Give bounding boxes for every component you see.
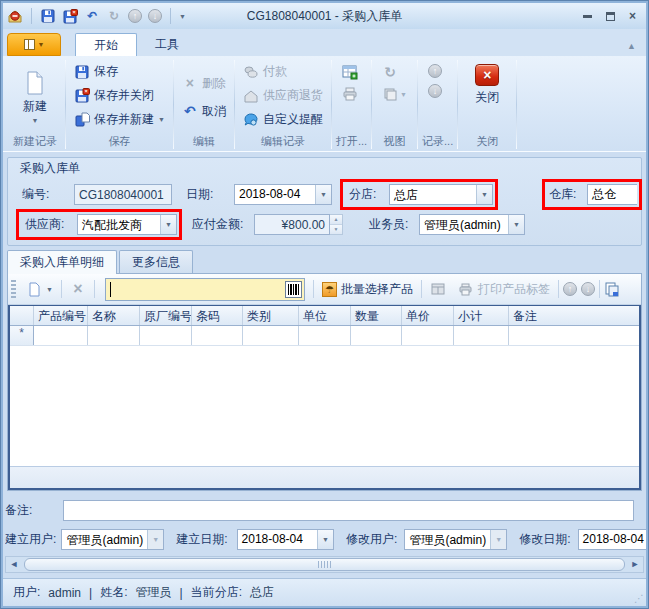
app-home-icon[interactable]: [7, 8, 23, 24]
chevron-down-icon[interactable]: ▼: [508, 215, 524, 234]
divider: [313, 280, 314, 298]
save-and-close-button[interactable]: × 保存并关闭: [70, 84, 169, 107]
save-and-new-button[interactable]: 保存并新建 ▼: [70, 108, 169, 131]
ribbon-group-record: ↑ ↓ 记录...: [418, 58, 457, 151]
close-label: 关闭: [475, 89, 499, 106]
group-label-open: 打开...: [336, 134, 367, 151]
grid-cell[interactable]: [454, 326, 509, 345]
barcode-search-input[interactable]: [105, 278, 305, 301]
grid-cell[interactable]: [351, 326, 402, 345]
modified-date-field[interactable]: 2018-08-04: [578, 529, 646, 550]
column-header[interactable]: 单位: [299, 306, 351, 325]
copy-icon[interactable]: [604, 281, 620, 297]
scroll-right-icon[interactable]: ►: [627, 557, 643, 572]
save-button[interactable]: 保存: [70, 60, 169, 83]
tab-start[interactable]: 开始: [75, 33, 137, 56]
column-header[interactable]: 原厂编号: [140, 306, 192, 325]
date-value: 2018-08-04: [235, 185, 315, 204]
column-header[interactable]: 条码: [192, 306, 243, 325]
chevron-down-icon: ▼: [147, 530, 163, 549]
horizontal-scrollbar[interactable]: ◄ ►: [5, 556, 644, 573]
scrollbar-thumb[interactable]: [24, 558, 625, 571]
open-table-icon[interactable]: [342, 64, 358, 80]
save-icon[interactable]: [40, 8, 56, 24]
custom-reminder-button[interactable]: 自定义提醒: [239, 108, 327, 131]
barcode-icon[interactable]: [285, 281, 302, 298]
add-line-button[interactable]: ▼: [22, 277, 57, 301]
spin-down-icon[interactable]: ▼: [330, 224, 342, 234]
amount-spinner[interactable]: ▲▼: [330, 214, 343, 235]
grid-cell[interactable]: [34, 326, 88, 345]
restore-button[interactable]: [606, 12, 615, 21]
save-close-icon[interactable]: ×: [62, 8, 78, 24]
print-labels-label: 打印产品标签: [478, 281, 550, 298]
groupbox-title: 采购入库单: [18, 160, 635, 177]
column-header[interactable]: 小计: [454, 306, 509, 325]
date-dropdown[interactable]: 2018-08-04 ▼: [234, 184, 332, 205]
chevron-down-icon: ▼: [400, 91, 407, 98]
close-window-button[interactable]: ×: [629, 10, 636, 22]
close-button[interactable]: × 关闭: [462, 60, 512, 134]
grid-cell[interactable]: [140, 326, 192, 345]
grid-cell[interactable]: [88, 326, 140, 345]
qat-customize-icon[interactable]: ▼: [179, 13, 186, 20]
column-header[interactable]: 备注: [509, 306, 639, 325]
chevron-down-icon[interactable]: ▼: [476, 185, 492, 204]
supplier-label: 供应商:: [21, 216, 77, 233]
scroll-left-icon[interactable]: ◄: [6, 557, 22, 572]
grid-new-row[interactable]: *: [10, 326, 639, 346]
delete-x-icon: ×: [182, 75, 198, 91]
group-label-edit: 编辑: [178, 134, 230, 151]
supplier-return-label: 供应商退货: [263, 87, 323, 104]
print-product-labels-button: 打印产品标签: [454, 277, 554, 301]
column-header[interactable]: 类别: [243, 306, 299, 325]
ribbon-tab-row: ▼ 开始 工具 ▲: [3, 29, 646, 56]
collapse-ribbon-icon[interactable]: ▲: [627, 41, 636, 51]
grid-cell[interactable]: [402, 326, 454, 345]
spin-up-icon[interactable]: ▲: [330, 215, 342, 224]
grid-cell[interactable]: [509, 326, 639, 345]
created-by-label: 建立用户:: [5, 531, 61, 548]
created-date-dropdown[interactable]: 2018-08-04 ▼: [237, 529, 334, 550]
batch-select-products-button[interactable]: ☂ 批量选择产品: [318, 277, 417, 301]
grid-cell[interactable]: [299, 326, 351, 345]
column-header[interactable]: 名称: [88, 306, 140, 325]
remark-row: 备注:: [5, 498, 642, 522]
column-header[interactable]: 数量: [351, 306, 402, 325]
minimize-button[interactable]: [583, 15, 592, 18]
application-menu-button[interactable]: ▼: [7, 33, 61, 56]
order-no-label: 编号:: [22, 186, 74, 203]
warehouse-field[interactable]: 总仓: [587, 184, 637, 205]
layout-icon: [382, 86, 398, 102]
table-icon: [430, 281, 446, 297]
chevron-down-icon[interactable]: ▼: [160, 215, 176, 234]
salesman-dropdown[interactable]: 管理员(admin) ▼: [419, 214, 525, 235]
divider: [599, 280, 600, 298]
created-date-label: 建立日期:: [176, 531, 236, 548]
branch-dropdown[interactable]: 总店 ▼: [389, 184, 493, 205]
house-icon: [243, 88, 259, 104]
grid-cell[interactable]: [243, 326, 299, 345]
group-label-save: 保存: [70, 134, 169, 151]
status-separator: |: [180, 586, 183, 600]
modified-date-label: 修改日期:: [519, 531, 577, 548]
column-header[interactable]: 产品编号: [34, 306, 88, 325]
tab-more-info[interactable]: 更多信息: [119, 250, 193, 274]
down-icon: ↓: [148, 9, 162, 23]
branch-label: 分店:: [345, 186, 389, 203]
chevron-down-icon[interactable]: ▼: [317, 530, 333, 549]
new-button[interactable]: 新建 ▼: [9, 60, 61, 134]
supplier-dropdown[interactable]: 汽配批发商 ▼: [77, 214, 177, 235]
group-label-view: 视图: [376, 134, 413, 151]
cancel-button[interactable]: ↶ 取消: [178, 100, 230, 123]
undo-icon[interactable]: ↶: [84, 8, 100, 24]
grid-cell[interactable]: [192, 326, 243, 345]
resize-grip[interactable]: ⋰: [634, 593, 643, 604]
tab-tools[interactable]: 工具: [137, 33, 197, 56]
new-page-icon: [26, 281, 42, 297]
column-header[interactable]: 单价: [402, 306, 454, 325]
remark-field[interactable]: [63, 500, 634, 521]
chevron-down-icon[interactable]: ▼: [315, 185, 331, 204]
tab-detail-lines[interactable]: 采购入库单明细: [7, 250, 117, 274]
save-close-icon: ×: [74, 88, 90, 104]
